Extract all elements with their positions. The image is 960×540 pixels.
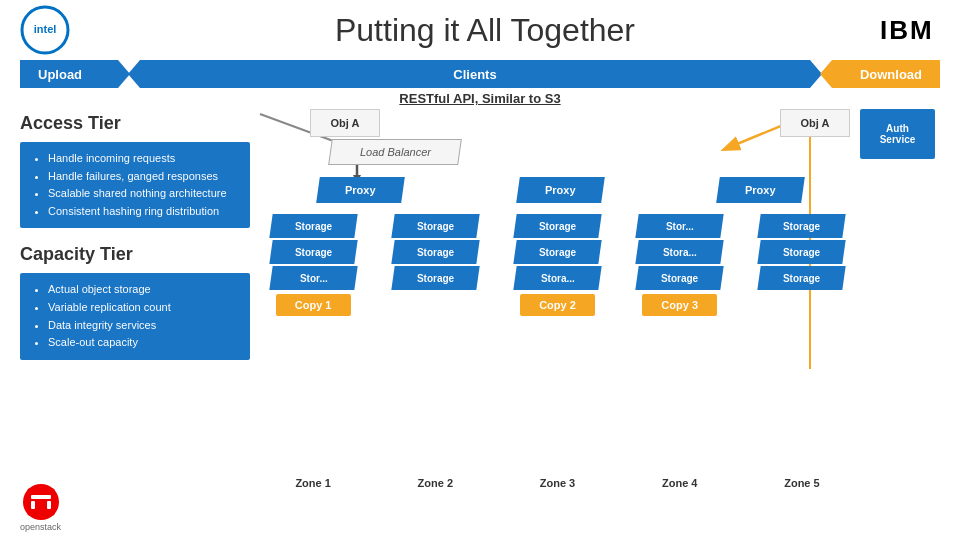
list-item: Variable replication count [48,299,238,317]
svg-text:intel: intel [34,23,57,35]
upload-label: Upload [20,60,130,88]
zone3-storage-1: Storage [513,214,601,238]
zone2-storage-1: Storage [391,214,479,238]
zone1-storage-2: Storage [269,240,357,264]
ibm-logo-icon: IBM [880,15,940,45]
zone5-storage-3: Storage [758,266,846,290]
copy-2-badge: Copy 2 [520,294,595,316]
zone1-storage-3: Stor... [269,266,357,290]
clients-label: Clients [128,60,822,88]
load-balancer: Load Balancer [328,139,462,165]
proxy-row: Proxy Proxy Proxy [260,177,860,203]
zone-2-label: Zone 2 [418,473,453,489]
zones-row: Storage Storage Stor... Copy 1 Zone 1 St… [255,214,860,489]
intel-logo-icon: intel [20,5,70,55]
svg-rect-11 [31,501,35,509]
proxy-box-1: Proxy [316,177,405,203]
list-item: Actual object storage [48,281,238,299]
obj-a-left: Obj A [310,109,380,137]
zone5-storage-2: Storage [758,240,846,264]
top-bar: Upload Clients Download [20,60,940,88]
zone-2-col: Storage Storage Storage Zone 2 [377,214,493,489]
capacity-tier-box: Actual object storage Variable replicati… [20,273,250,359]
zone-4-col: Stor... Stora... Storage Copy 3 Zone 4 [622,214,738,489]
zone5-storage-1: Storage [758,214,846,238]
list-item: Handle incoming requests [48,150,238,168]
download-label: Download [820,60,940,88]
restful-api-label: RESTful API, Similar to S3 [0,91,960,106]
zone1-storage-1: Storage [269,214,357,238]
access-tier-box: Handle incoming requests Handle failures… [20,142,250,228]
zone4-storage-1: Stor... [636,214,724,238]
zone-5-col: Storage Storage Storage Zone 5 [744,214,860,489]
zone4-storage-3: Storage [636,266,724,290]
list-item: Scale-out capacity [48,334,238,352]
main-content: Access Tier Handle incoming requests Han… [20,109,940,499]
zone-3-col: Storage Storage Stora... Copy 2 Zone 3 [499,214,615,489]
page-title: Putting it All Together [90,12,880,49]
list-item: Consistent hashing ring distribution [48,203,238,221]
zone4-storage-2: Stora... [636,240,724,264]
capacity-tier-title: Capacity Tier [20,240,250,269]
zone2-storage-2: Storage [391,240,479,264]
openstack-label: openstack [20,522,61,532]
auth-service: AuthService [860,109,935,159]
obj-a-right: Obj A [780,109,850,137]
zone2-storage-3: Storage [391,266,479,290]
capacity-tier-list: Actual object storage Variable replicati… [32,281,238,351]
svg-rect-12 [47,501,51,509]
header: intel Putting it All Together IBM [0,0,960,60]
zone3-storage-2: Storage [513,240,601,264]
copy-1-badge: Copy 1 [276,294,351,316]
list-item: Data integrity services [48,317,238,335]
list-item: Handle failures, ganged responses [48,168,238,186]
svg-text:IBM: IBM [880,15,934,45]
zone-5-label: Zone 5 [784,473,819,489]
zone3-storage-3: Stora... [513,266,601,290]
zone-1-col: Storage Storage Stor... Copy 1 Zone 1 [255,214,371,489]
svg-rect-10 [31,495,51,499]
zone-3-label: Zone 3 [540,473,575,489]
copy-3-badge: Copy 3 [642,294,717,316]
access-tier-list: Handle incoming requests Handle failures… [32,150,238,220]
openstack-icon [23,484,59,520]
proxy-box-2: Proxy [516,177,605,203]
openstack-logo: openstack [20,484,61,532]
left-panel: Access Tier Handle incoming requests Han… [20,109,250,499]
zone-4-label: Zone 4 [662,473,697,489]
auth-service-label: AuthService [880,123,916,145]
access-tier-title: Access Tier [20,109,250,138]
proxy-box-3: Proxy [716,177,805,203]
zone-1-label: Zone 1 [295,473,330,489]
list-item: Scalable shared nothing architecture [48,185,238,203]
diagram-area: Obj A Obj A AuthService Load Balancer Pr… [250,109,940,499]
